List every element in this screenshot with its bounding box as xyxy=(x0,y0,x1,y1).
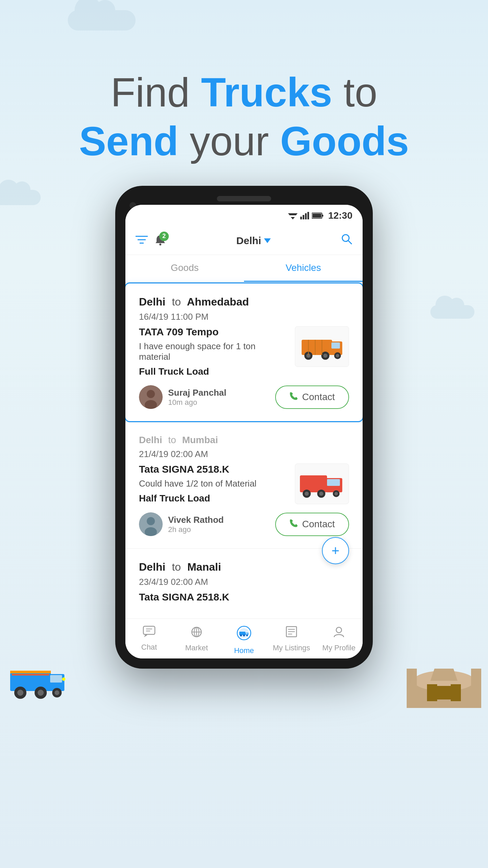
svg-rect-78 xyxy=(10,671,51,691)
category-tabs: Goods Vehicles xyxy=(125,255,363,282)
status-bar: 12:30 xyxy=(125,205,363,226)
svg-rect-8 xyxy=(322,215,323,217)
svg-point-13 xyxy=(159,243,161,245)
phone-icon-2 xyxy=(289,519,298,530)
listing-1-user-name: Suraj Panchal xyxy=(168,388,226,398)
listing-2-user-name: Vivek Rathod xyxy=(168,515,224,525)
listings-icon xyxy=(285,626,298,641)
svg-rect-34 xyxy=(327,479,340,486)
svg-point-40 xyxy=(334,492,338,495)
contact-button-2[interactable]: Contact xyxy=(275,513,349,536)
nav-label-home: Home xyxy=(234,646,254,655)
listing-2-datetime: 21/4/19 02:00 AM xyxy=(139,449,349,459)
nav-item-my-listings[interactable]: My Listings xyxy=(268,626,315,655)
listing-2-desc: Could have 1/2 ton of Material xyxy=(139,478,288,489)
listing-card-2: Delhi to Mumbai 21/4/19 02:00 AM Tata SI… xyxy=(125,422,363,548)
temple-decoration xyxy=(407,669,481,709)
dropdown-arrow-icon xyxy=(264,238,271,243)
svg-rect-69 xyxy=(427,684,437,701)
svg-point-85 xyxy=(38,690,44,696)
listing-1-user-info: Suraj Panchal 10m ago xyxy=(139,385,226,409)
market-icon xyxy=(190,626,203,641)
signal-icon xyxy=(300,212,309,219)
svg-marker-2 xyxy=(291,217,295,219)
truck-left-svg xyxy=(7,669,68,708)
nav-item-chat[interactable]: Chat xyxy=(125,626,173,655)
home-icon xyxy=(237,626,251,644)
listing-2-truck-image xyxy=(295,463,349,504)
listing-2-user-time: 2h ago xyxy=(168,525,224,534)
svg-rect-6 xyxy=(307,212,309,219)
svg-rect-75 xyxy=(471,669,481,708)
app-header: 2 Delhi xyxy=(125,226,363,255)
status-icons xyxy=(288,212,324,219)
notification-bell[interactable]: 2 xyxy=(155,234,166,247)
svg-rect-89 xyxy=(12,674,49,675)
tab-vehicles[interactable]: Vehicles xyxy=(244,255,363,282)
filter-icon[interactable] xyxy=(136,234,148,248)
fab-add-button[interactable]: + xyxy=(322,537,349,564)
phone-speaker xyxy=(217,196,271,201)
battery-icon xyxy=(312,212,324,219)
listing-1-footer: Suraj Panchal 10m ago Contact xyxy=(139,385,349,409)
svg-rect-80 xyxy=(50,675,62,683)
svg-rect-3 xyxy=(300,217,302,219)
nav-item-my-profile[interactable]: My Profile xyxy=(315,626,363,655)
phone-body: 12:30 2 xyxy=(115,186,373,669)
truck-1-svg xyxy=(298,331,346,362)
listing-3-route: Delhi to Manali xyxy=(139,561,349,573)
svg-marker-14 xyxy=(264,238,271,243)
wifi-icon xyxy=(288,212,298,219)
svg-rect-19 xyxy=(331,342,340,349)
svg-point-88 xyxy=(62,677,65,681)
svg-point-23 xyxy=(323,354,327,358)
hero-line1: Find Trucks to xyxy=(110,70,377,115)
svg-point-59 xyxy=(246,635,248,636)
listing-2-avatar xyxy=(139,512,163,536)
listing-3-datetime: 23/4/19 02:00 AM xyxy=(139,577,349,587)
phone-icon-1 xyxy=(289,392,298,403)
bottom-navigation: Chat Market xyxy=(125,618,363,658)
svg-point-36 xyxy=(305,492,309,496)
listing-3-vehicle: Tata SIGNA 2518.K xyxy=(139,591,349,603)
tab-goods[interactable]: Goods xyxy=(125,255,244,282)
phone-screen: 12:30 2 xyxy=(125,205,363,658)
svg-rect-4 xyxy=(303,215,304,219)
nav-item-home[interactable]: Home xyxy=(220,626,268,655)
search-icon[interactable] xyxy=(341,233,352,248)
listing-1-avatar xyxy=(139,385,163,409)
status-time: 12:30 xyxy=(328,210,352,221)
listing-2-vehicle: Tata SIGNA 2518.K xyxy=(139,463,288,475)
listing-2-load-type: Half Truck Load xyxy=(139,493,288,504)
svg-marker-67 xyxy=(430,669,458,681)
svg-rect-9 xyxy=(312,214,321,218)
svg-point-30 xyxy=(147,390,155,398)
svg-rect-5 xyxy=(305,213,307,219)
listing-2-user-info: Vivek Rathod 2h ago xyxy=(139,512,224,536)
svg-rect-56 xyxy=(246,633,248,634)
listing-1-body: TATA 709 Tempo I have enough space for 1… xyxy=(139,326,349,377)
truck-decoration xyxy=(7,669,68,709)
listing-1-vehicle: TATA 709 Tempo xyxy=(139,326,288,338)
svg-point-87 xyxy=(55,690,59,695)
listing-1-desc: I have enough space for 1 ton material xyxy=(139,341,288,362)
hero-line2: Send your Goods xyxy=(79,118,409,164)
svg-point-58 xyxy=(243,634,245,636)
listing-1-datetime: 16/4/19 11:00 PM xyxy=(139,312,349,322)
temple-svg xyxy=(407,669,481,708)
svg-point-83 xyxy=(17,690,23,696)
svg-rect-72 xyxy=(407,669,417,708)
svg-point-64 xyxy=(336,627,342,633)
svg-point-15 xyxy=(342,235,349,241)
listing-1-user-time: 10m ago xyxy=(168,398,226,407)
svg-rect-70 xyxy=(451,684,461,701)
nav-item-market[interactable]: Market xyxy=(173,626,220,655)
svg-point-38 xyxy=(319,492,323,496)
contact-button-1[interactable]: Contact xyxy=(275,386,349,409)
location-selector[interactable]: Delhi xyxy=(173,235,334,246)
listing-2-route: Delhi to Mumbai xyxy=(139,435,349,446)
nav-label-market: Market xyxy=(185,644,208,652)
nav-label-my-profile: My Profile xyxy=(322,644,355,652)
truck-2-svg xyxy=(298,469,346,499)
listing-2-user-details: Vivek Rathod 2h ago xyxy=(168,515,224,534)
